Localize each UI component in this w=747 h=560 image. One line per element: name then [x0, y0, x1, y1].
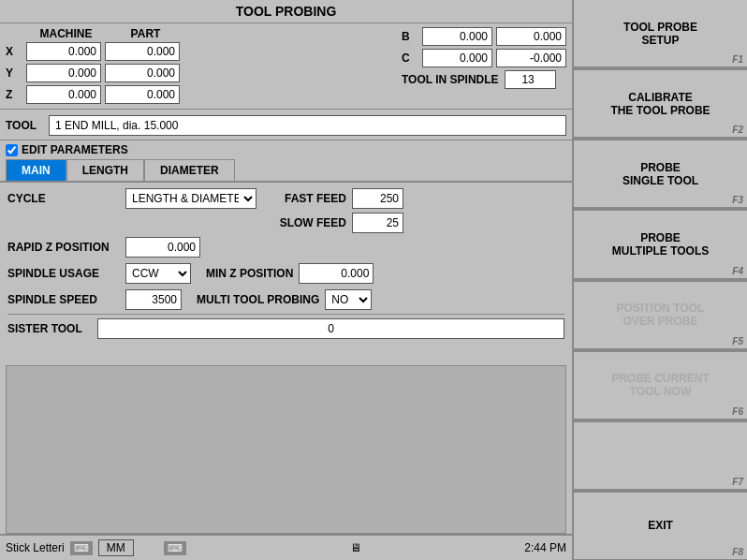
gray-area: [6, 365, 566, 535]
f3-key: F3: [732, 195, 743, 205]
min-z-label: MIN Z POSITION: [206, 267, 293, 280]
spindle-usage-label: SPINDLE USAGE: [7, 267, 120, 280]
f8-key: F8: [732, 547, 743, 557]
exit-label: EXIT: [648, 519, 673, 532]
z-axis-label: Z: [6, 88, 26, 101]
fast-feed-label: FAST FEED: [271, 192, 346, 205]
tab-diameter[interactable]: DIAMETER: [144, 159, 235, 181]
probe-multiple-button[interactable]: PROBEMULTIPLE TOOLS F4: [574, 211, 747, 278]
c-axis-label: C: [402, 52, 422, 65]
f2-key: F2: [732, 125, 743, 135]
b-val2-input[interactable]: [496, 27, 566, 46]
x-machine-input[interactable]: [26, 42, 101, 61]
fast-feed-input[interactable]: [352, 188, 403, 209]
cycle-label: CYCLE: [7, 192, 120, 205]
f7-key: F7: [732, 477, 743, 487]
spindle-speed-label: SPINDLE SPEED: [7, 293, 120, 306]
edit-params-label: EDIT PARAMETERS: [22, 143, 128, 156]
tool-in-spindle-label: TOOL IN SPINDLE: [402, 73, 499, 86]
part-col-header: PART: [106, 27, 185, 40]
tab-length[interactable]: LENGTH: [66, 159, 144, 181]
probe-single-label: PROBESINGLE TOOL: [622, 161, 698, 187]
keyboard-icon[interactable]: ⌨: [70, 541, 93, 555]
f5-key: F5: [732, 336, 743, 346]
x-axis-label: X: [6, 45, 26, 58]
tool-info: 1 END MILL, dia. 15.000: [49, 115, 566, 136]
z-machine-input[interactable]: [26, 85, 101, 104]
time-display: 2:44 PM: [524, 541, 566, 554]
sister-tool-label: SISTER TOOL: [7, 322, 92, 335]
unit-display: MM: [98, 539, 134, 556]
multi-tool-select[interactable]: NO: [325, 289, 372, 310]
spindle-speed-input[interactable]: [125, 289, 182, 310]
y-part-input[interactable]: [105, 64, 180, 82]
page-title: TOOL PROBING: [0, 0, 572, 23]
tab-main[interactable]: MAIN: [6, 159, 66, 181]
sister-tool-input[interactable]: [97, 318, 564, 339]
f6-key: F6: [732, 406, 743, 417]
exit-button[interactable]: EXIT F8: [574, 493, 747, 560]
probe-single-button[interactable]: PROBESINGLE TOOL F3: [574, 140, 747, 208]
y-axis-label: Y: [6, 66, 26, 80]
multi-tool-label: MULTI TOOL PROBING: [197, 293, 319, 306]
calibrate-label: CALIBRATETHE TOOL PROBE: [610, 91, 710, 117]
slow-feed-input[interactable]: [352, 213, 403, 233]
keyboard-icon-2[interactable]: ⌨: [164, 541, 186, 555]
tool-probe-setup-button[interactable]: TOOL PROBESETUP F1: [574, 0, 747, 67]
edit-params-checkbox-label[interactable]: EDIT PARAMETERS: [6, 143, 128, 156]
position-tool-label: POSITION TOOLOVER PROBE: [617, 302, 705, 328]
machine-col-header: MACHINE: [26, 27, 106, 40]
f4-key: F4: [732, 266, 743, 276]
rapid-z-label: RAPID Z POSITION: [7, 241, 120, 254]
probe-current-label: PROBE CURRENTTOOL NOW: [611, 372, 710, 398]
x-part-input[interactable]: [105, 42, 180, 61]
position-tool-button[interactable]: POSITION TOOLOVER PROBE F5: [574, 282, 747, 349]
tool-in-spindle-input[interactable]: [505, 70, 556, 89]
calibrate-button[interactable]: CALIBRATETHE TOOL PROBE F2: [574, 70, 747, 138]
b-axis-label: B: [402, 30, 422, 43]
probe-multiple-label: PROBEMULTIPLE TOOLS: [612, 231, 710, 258]
probe-current-button[interactable]: PROBE CURRENTTOOL NOW F6: [574, 352, 747, 420]
y-machine-input[interactable]: [26, 64, 101, 82]
min-z-input[interactable]: [299, 263, 374, 284]
f7-button: F7: [574, 422, 747, 490]
b-val1-input[interactable]: [422, 27, 492, 46]
stick-letters: Stick Letteri: [6, 541, 65, 554]
z-part-input[interactable]: [105, 85, 180, 104]
status-bar: Stick Letteri ⌨ MM ⌨ 🖥 2:44 PM: [0, 534, 572, 560]
cycle-select[interactable]: LENGTH & DIAMETER: [125, 188, 256, 209]
clock-icon: 🖥: [350, 541, 361, 554]
c-val1-input[interactable]: [422, 49, 492, 67]
edit-params-checkbox[interactable]: [6, 144, 18, 156]
rapid-z-input[interactable]: [125, 237, 200, 258]
slow-feed-label: SLOW FEED: [271, 216, 346, 229]
spindle-usage-select[interactable]: CCW: [125, 263, 191, 284]
c-val2-input[interactable]: [496, 49, 566, 67]
tool-probe-setup-label: TOOL PROBESETUP: [623, 21, 697, 47]
f1-key: F1: [732, 54, 743, 65]
tool-label: TOOL: [6, 119, 43, 132]
